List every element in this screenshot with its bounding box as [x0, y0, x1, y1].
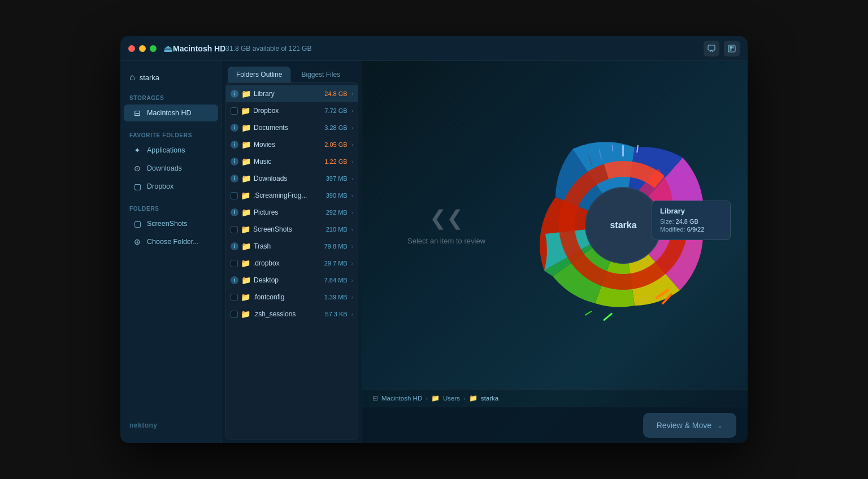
- tab-biggest-files[interactable]: Biggest Files: [293, 67, 349, 82]
- drive-name: Macintosh HD: [173, 44, 225, 53]
- folder-icon: 📁: [241, 225, 250, 234]
- applications-icon: ✦: [133, 146, 142, 155]
- file-size: 57.3 KB: [326, 311, 348, 317]
- content-body: Folders Outline Biggest Files i📁Library2…: [222, 61, 748, 443]
- chevron-right-icon: ›: [351, 277, 353, 284]
- info-button[interactable]: i: [231, 158, 238, 166]
- svg-rect-4: [730, 49, 732, 51]
- file-checkbox[interactable]: [231, 226, 238, 233]
- close-button[interactable]: [128, 45, 135, 52]
- file-checkbox[interactable]: [231, 294, 238, 301]
- select-prompt: ❮❮ Select an item to review: [407, 206, 485, 245]
- svg-rect-3: [732, 46, 735, 49]
- file-name: .ScreamingFrog...: [253, 191, 323, 199]
- file-row[interactable]: 📁.ScreamingFrog...390 MB›: [226, 187, 358, 204]
- chevron-right-icon: ›: [351, 260, 353, 267]
- sidebar-user: ⌂ starka: [120, 69, 222, 90]
- file-row[interactable]: i📁Library24.8 GB›: [226, 85, 358, 102]
- review-move-button[interactable]: Review & Move ⌄: [643, 413, 736, 438]
- add-folder-icon: ⊕: [133, 237, 142, 246]
- folder-icon: 📁: [241, 259, 250, 268]
- folder-icon: 📁: [241, 293, 250, 302]
- chevron-right-icon: ›: [351, 176, 353, 182]
- file-name: .fontconfig: [253, 293, 322, 301]
- share-button[interactable]: [724, 41, 740, 56]
- info-button[interactable]: i: [231, 124, 238, 132]
- titlebar: ⏏ Macintosh HD 31.8 GB available of 121 …: [120, 36, 748, 61]
- titlebar-actions: [704, 41, 740, 56]
- file-row[interactable]: i📁Music1.22 GB›: [226, 153, 358, 170]
- drive-icon: ⏏: [163, 42, 173, 55]
- info-button[interactable]: i: [231, 208, 238, 216]
- choose-folder-label: Choose Folder...: [147, 238, 199, 246]
- info-button[interactable]: i: [231, 90, 238, 98]
- file-checkbox[interactable]: [231, 311, 238, 318]
- sidebar-item-choose-folder[interactable]: ⊕ Choose Folder...: [124, 233, 218, 250]
- file-row[interactable]: i📁Downloads397 MB›: [226, 170, 358, 187]
- maximize-button[interactable]: [150, 45, 157, 52]
- arrows-icon: ❮❮: [429, 206, 463, 229]
- action-bar: Review & Move ⌄: [362, 407, 748, 443]
- file-list[interactable]: i📁Library24.8 GB›📁Dropbox7.72 GB›i📁Docum…: [225, 82, 358, 439]
- app-window: ⏏ Macintosh HD 31.8 GB available of 121 …: [120, 36, 748, 443]
- file-row[interactable]: 📁.dropbox29.7 MB›: [226, 255, 358, 272]
- info-button[interactable]: i: [231, 141, 238, 149]
- file-row[interactable]: i📁Trash79.8 MB›: [226, 238, 358, 255]
- file-row[interactable]: 📁.fontconfig1.39 MB›: [226, 289, 358, 306]
- users-bc-icon: 📁: [431, 394, 440, 402]
- feedback-button[interactable]: [704, 41, 719, 56]
- breadcrumb-users[interactable]: Users: [443, 395, 460, 402]
- file-row[interactable]: i📁Movies2.05 GB›: [226, 136, 358, 153]
- breadcrumb-starka[interactable]: starka: [481, 395, 498, 402]
- file-checkbox[interactable]: [231, 107, 238, 115]
- file-size: 7.84 MB: [324, 277, 348, 284]
- file-checkbox[interactable]: [231, 260, 238, 267]
- svg-rect-16: [603, 312, 613, 321]
- file-name: Trash: [254, 242, 322, 250]
- minimize-button[interactable]: [139, 45, 146, 52]
- svg-rect-17: [585, 310, 592, 315]
- file-row[interactable]: i📁Desktop7.84 MB›: [226, 272, 358, 289]
- breadcrumb-macintosh-hd[interactable]: Macintosh HD: [381, 395, 422, 402]
- file-name: Movies: [254, 141, 322, 149]
- info-button[interactable]: i: [231, 175, 238, 182]
- sidebar-item-macintosh-hd[interactable]: ⊟ Macintosh HD: [124, 104, 218, 121]
- file-checkbox[interactable]: [231, 192, 238, 199]
- chevron-right-icon: ›: [351, 159, 353, 165]
- folder-icon: 📁: [241, 106, 250, 115]
- brand-label: nektony: [120, 416, 222, 435]
- file-name: Desktop: [254, 276, 322, 284]
- info-button[interactable]: i: [231, 276, 238, 284]
- info-button[interactable]: i: [231, 242, 238, 250]
- file-row[interactable]: 📁ScreenShots210 MB›: [226, 221, 358, 238]
- file-row[interactable]: i📁Pictures292 MB›: [226, 204, 358, 221]
- sidebar-item-screenshots[interactable]: ▢ ScreenShots: [124, 215, 218, 232]
- file-size: 7.72 GB: [324, 107, 347, 114]
- folder-icon: 📁: [241, 140, 251, 149]
- sidebar-item-dropbox[interactable]: ▢ Dropbox: [124, 178, 218, 195]
- chart-tooltip: Library Size: 24.8 GB Modified: 6/9/22: [652, 201, 731, 240]
- file-name: Pictures: [254, 208, 323, 216]
- folder-icon: 📁: [241, 242, 251, 251]
- sidebar-item-downloads[interactable]: ⊙ Downloads: [124, 160, 218, 177]
- chevron-right-icon: ›: [351, 227, 353, 233]
- chevron-right-icon: ›: [351, 243, 353, 250]
- tab-folders-outline[interactable]: Folders Outline: [228, 67, 290, 82]
- file-row[interactable]: 📁.zsh_sessions57.3 KB›: [226, 306, 358, 323]
- breadcrumb-bar: ⊟ Macintosh HD › 📁 Users › 📁 starka: [362, 389, 748, 407]
- starka-bc-icon: 📁: [469, 394, 478, 402]
- file-panel: Folders Outline Biggest Files i📁Library2…: [222, 61, 362, 443]
- file-row[interactable]: i📁Documents3.28 GB›: [226, 119, 358, 136]
- folder-icon: 📁: [241, 276, 251, 285]
- file-name: Music: [254, 158, 322, 166]
- folders-label: Folders: [120, 201, 222, 215]
- drive-bc-icon: ⊟: [372, 394, 378, 402]
- sidebar-item-applications[interactable]: ✦ Applications: [124, 142, 218, 159]
- preview-content: ❮❮ Select an item to review: [362, 61, 748, 389]
- folder-icon: 📁: [241, 310, 250, 319]
- file-row[interactable]: 📁Dropbox7.72 GB›: [226, 102, 358, 119]
- folder-icon: 📁: [241, 208, 251, 217]
- chevron-right-icon: ›: [351, 91, 353, 97]
- svg-rect-1: [728, 45, 735, 52]
- user-label: starka: [140, 73, 159, 82]
